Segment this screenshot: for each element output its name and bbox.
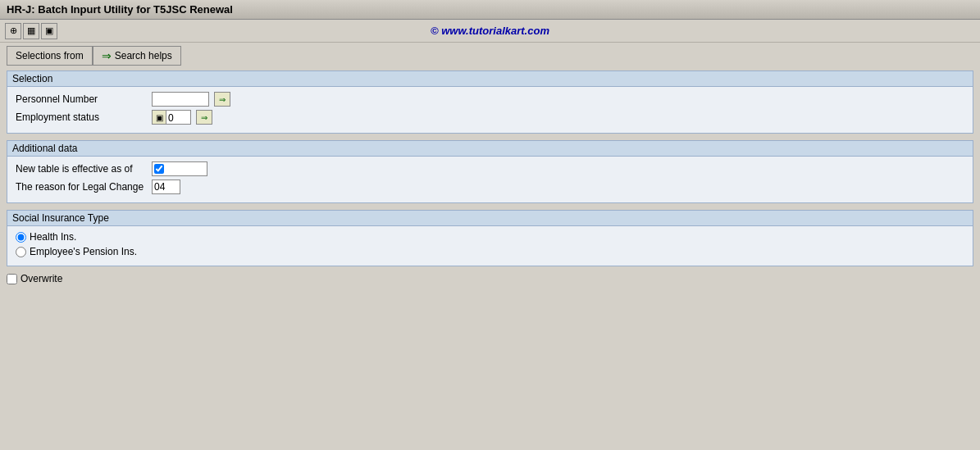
save-icon[interactable]: ▦ (23, 23, 39, 39)
social-insurance-body: Health Ins. Employee's Pension Ins. (7, 226, 973, 266)
execute-icon[interactable]: ▣ (41, 23, 57, 39)
personnel-number-input[interactable] (152, 92, 209, 107)
additional-data-section: Additional data New table is effective a… (7, 140, 973, 203)
health-ins-label: Health Ins. (30, 231, 76, 243)
title-bar: HR-J: Batch Inpurt Utility for T5JSC Ren… (0, 0, 980, 20)
toolbar: ⊕ ▦ ▣ © www.tutorialkart.com (0, 20, 980, 43)
health-ins-radio[interactable] (16, 232, 26, 243)
pension-ins-radio[interactable] (16, 247, 26, 257)
effective-date-row: New table is effective as of (16, 161, 964, 176)
overwrite-checkbox[interactable] (7, 274, 17, 284)
button-row: Selections from ⇒ Search helps (7, 46, 973, 66)
legal-change-label: The reason for Legal Change (16, 181, 147, 193)
additional-data-header: Additional data (7, 141, 973, 157)
pension-ins-label: Employee's Pension Ins. (30, 246, 137, 257)
health-ins-row: Health Ins. (16, 231, 964, 243)
personnel-number-label: Personnel Number (16, 93, 147, 105)
search-helps-arrow-icon: ⇒ (102, 49, 112, 62)
employment-status-field: ▣ 0 (152, 110, 191, 125)
employment-status-row: Employment status ▣ 0 ⇒ (16, 110, 964, 125)
personnel-number-arrow-btn[interactable]: ⇒ (214, 92, 230, 107)
pension-ins-row: Employee's Pension Ins. (16, 246, 964, 257)
legal-change-reason-input[interactable] (152, 180, 180, 194)
watermark: © www.tutorialkart.com (431, 25, 549, 37)
main-content: Selections from ⇒ Search helps Selection… (0, 43, 980, 288)
social-insurance-section: Social Insurance Type Health Ins. Employ… (7, 210, 973, 266)
selections-from-label: Selections from (16, 50, 84, 61)
legal-change-row: The reason for Legal Change (16, 180, 964, 194)
selection-section-body: Personnel Number ⇒ Employment status ▣ 0… (7, 87, 973, 133)
search-helps-button[interactable]: ⇒ Search helps (93, 46, 181, 66)
employment-matchcode-btn[interactable]: ▣ (152, 110, 166, 125)
effective-date-container (152, 161, 207, 176)
selections-from-button[interactable]: Selections from (7, 46, 93, 66)
search-helps-label: Search helps (115, 50, 172, 61)
additional-data-body: New table is effective as of The reason … (7, 157, 973, 202)
effective-date-label: New table is effective as of (16, 163, 147, 175)
overwrite-row: Overwrite (7, 273, 973, 284)
selection-section-header: Selection (7, 71, 973, 87)
app-title: HR-J: Batch Inpurt Utility for T5JSC Ren… (7, 3, 233, 16)
employment-status-label: Employment status (16, 111, 147, 123)
employment-status-arrow-btn[interactable]: ⇒ (196, 110, 212, 125)
personnel-number-row: Personnel Number ⇒ (16, 92, 964, 107)
effective-date-checkbox[interactable] (154, 164, 164, 174)
overwrite-label: Overwrite (21, 273, 62, 284)
employment-status-value: 0 (166, 110, 191, 125)
selection-section: Selection Personnel Number ⇒ Employment … (7, 70, 973, 134)
social-insurance-header: Social Insurance Type (7, 211, 973, 226)
navigate-back-icon[interactable]: ⊕ (5, 23, 21, 39)
